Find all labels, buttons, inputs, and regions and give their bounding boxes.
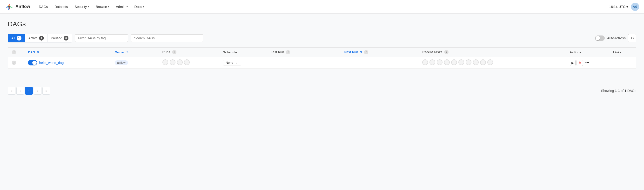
task-circle-7	[466, 59, 472, 65]
task-circle-6	[458, 59, 464, 65]
tab-all-badge: 1	[17, 36, 22, 41]
th-owner[interactable]: Owner ⇅	[112, 48, 160, 57]
task-circle-4	[444, 59, 450, 65]
tab-paused[interactable]: Paused 0	[48, 34, 72, 42]
svg-marker-0	[9, 4, 10, 6]
lastrun-info-icon[interactable]: i	[286, 50, 290, 54]
th-dag[interactable]: DAG ⇅	[25, 48, 112, 57]
page-1-button[interactable]: 1	[25, 87, 33, 95]
schedule-info-icon[interactable]: i	[235, 61, 238, 65]
tasks-info-icon[interactable]: i	[444, 50, 448, 54]
trash-icon: 🗑	[578, 61, 581, 65]
task-circle-5	[451, 59, 457, 65]
run-circle-1	[162, 59, 168, 65]
task-circle-10	[487, 59, 493, 65]
refresh-icon: ↻	[631, 36, 634, 41]
brand-logo[interactable]: Airflow	[5, 3, 30, 11]
th-nextrun[interactable]: Next Run ⇅ i	[342, 48, 420, 57]
nav-datasets[interactable]: Datasets	[52, 3, 70, 11]
time-chevron-icon: ▾	[626, 5, 628, 9]
nav-dags[interactable]: DAGs	[36, 3, 50, 11]
task-circle-2	[430, 59, 435, 65]
run-circle-2	[170, 59, 176, 65]
dag-toggle[interactable]	[28, 60, 37, 65]
prev-page-button[interactable]: ‹	[16, 87, 24, 95]
auto-refresh-toggle[interactable]	[595, 36, 605, 41]
th-links: Links	[610, 48, 636, 57]
first-page-button[interactable]: «	[8, 87, 16, 95]
empty-cell	[8, 69, 636, 83]
docs-chevron-icon: ▾	[143, 5, 144, 8]
delete-button[interactable]: 🗑	[576, 60, 583, 66]
filter-bar: All 1 Active 1 Paused 0 Auto-refresh ↻	[8, 34, 636, 43]
row-info-cell: i	[8, 57, 25, 69]
nav-security[interactable]: Security ▾	[72, 3, 92, 11]
brand-name: Airflow	[16, 4, 30, 9]
th-runs: Runs i	[160, 48, 220, 57]
schedule-badge: None i	[223, 60, 241, 65]
nextrun-sort-icon: ⇅	[360, 51, 362, 54]
avatar[interactable]: AG	[631, 3, 639, 11]
tag-filter-input[interactable]	[75, 34, 128, 42]
play-button[interactable]: ▶	[570, 60, 576, 66]
runs-info-icon[interactable]: i	[172, 50, 176, 54]
th-schedule: Schedule	[220, 48, 268, 57]
nav-links: DAGs Datasets Security ▾ Browse ▾ Admin …	[36, 3, 609, 11]
dag-table: i DAG ⇅ Owner ⇅ Runs i Schedule	[8, 47, 636, 83]
th-tasks: Recent Tasks i	[419, 48, 567, 57]
row-nextrun-cell	[342, 57, 420, 69]
dag-name-link[interactable]: hello_world_dag	[39, 61, 64, 65]
toggle-knob	[596, 36, 600, 40]
tab-all[interactable]: All 1	[8, 34, 25, 42]
svg-marker-2	[10, 6, 12, 8]
security-chevron-icon: ▾	[88, 5, 89, 8]
browse-chevron-icon: ▾	[108, 5, 109, 8]
nav-docs[interactable]: Docs ▾	[132, 3, 147, 11]
nav-admin[interactable]: Admin ▾	[113, 3, 131, 11]
info-icon[interactable]: i	[12, 50, 16, 54]
auto-refresh-area: Auto-refresh ↻	[595, 34, 636, 42]
run-circle-3	[177, 59, 183, 65]
page-title: DAGs	[8, 20, 636, 28]
dag-sort-icon: ⇅	[37, 51, 39, 54]
showing-text: Showing 1-1 of 1 DAGs	[601, 89, 636, 93]
time-display[interactable]: 16:14 UTC ▾	[609, 5, 628, 9]
tab-active[interactable]: Active 1	[25, 34, 48, 42]
nextrun-info-icon[interactable]: i	[364, 50, 368, 54]
table-header: i DAG ⇅ Owner ⇅ Runs i Schedule	[8, 48, 636, 57]
navbar-right: 16:14 UTC ▾ AG	[609, 3, 639, 11]
nav-browse[interactable]: Browse ▾	[93, 3, 112, 11]
total-count: 1	[624, 89, 626, 93]
task-circle-3	[437, 59, 442, 65]
empty-row	[8, 69, 636, 83]
th-info[interactable]: i	[8, 48, 25, 57]
row-dag-cell: hello_world_dag	[25, 57, 112, 69]
tab-active-badge: 1	[39, 36, 44, 41]
pagination: « ‹ 1 › »	[8, 87, 50, 95]
tab-group: All 1 Active 1 Paused 0	[8, 34, 72, 43]
row-runs-cell	[160, 57, 220, 69]
refresh-button[interactable]: ↻	[628, 34, 636, 42]
table-body: i hello_world_dag airflow	[8, 57, 636, 83]
admin-chevron-icon: ▾	[126, 5, 128, 8]
search-input[interactable]	[131, 34, 203, 42]
task-circle-8	[473, 59, 479, 65]
th-lastrun: Last Run i	[268, 48, 342, 57]
th-actions: Actions	[567, 48, 610, 57]
owner-sort-icon: ⇅	[126, 51, 128, 54]
row-links-cell	[610, 57, 636, 69]
row-info-icon[interactable]: i	[12, 61, 16, 65]
main-content: DAGs All 1 Active 1 Paused 0 Auto-refres	[0, 14, 644, 99]
more-icon: •••	[586, 61, 590, 65]
last-page-button[interactable]: »	[42, 87, 50, 95]
row-tasks-cell	[419, 57, 567, 69]
showing-range: 1-1	[615, 89, 620, 93]
pagination-bar: « ‹ 1 › » Showing 1-1 of 1 DAGs	[8, 83, 636, 95]
row-owner-cell: airflow	[112, 57, 160, 69]
svg-point-6	[8, 6, 10, 8]
row-actions-cell: ▶ 🗑 •••	[567, 57, 610, 69]
more-button[interactable]: •••	[584, 60, 591, 66]
play-icon: ▶	[572, 61, 574, 65]
dag-toggle-knob	[32, 61, 37, 65]
next-page-button[interactable]: ›	[34, 87, 42, 95]
